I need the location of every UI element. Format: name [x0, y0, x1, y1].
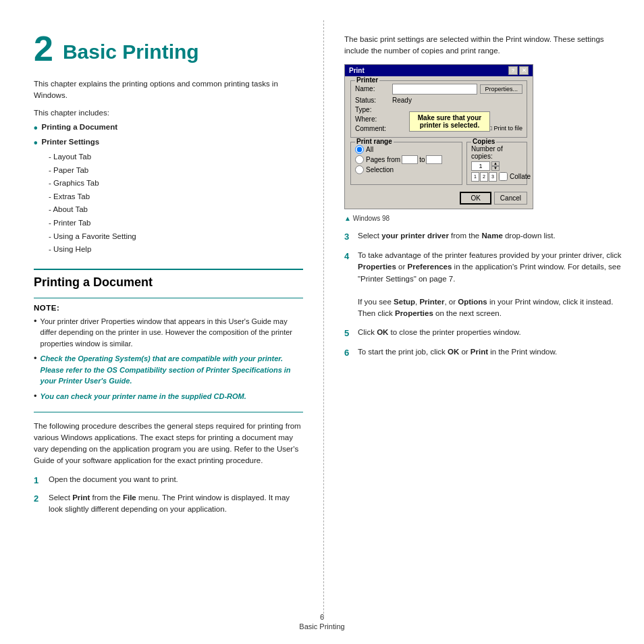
- copies-row: ▲ ▼: [471, 161, 522, 171]
- name-input[interactable]: [392, 84, 477, 95]
- range-all-label: All: [366, 146, 373, 153]
- bullet-dot: •: [34, 136, 38, 151]
- copies-group-label: Copies: [471, 138, 496, 145]
- collate-icons: 1 2 3: [471, 172, 497, 182]
- dialog-close-btn[interactable]: ✕: [519, 66, 529, 75]
- step-2-number: 2: [34, 492, 43, 506]
- toc-sub-printer: - Printer Tab: [34, 217, 303, 230]
- step-1-text: Open the document you want to print.: [49, 474, 178, 485]
- toc-sub-paper: - Paper Tab: [34, 164, 303, 178]
- includes-label: This chapter includes:: [34, 109, 303, 117]
- range-from-input[interactable]: [402, 155, 418, 164]
- toc-sub-layout: - Layout Tab: [34, 151, 303, 164]
- note-text-1: Your printer driver Properties window th…: [41, 316, 303, 350]
- footer-page-number: 6: [0, 613, 644, 621]
- dialog-cancel-button[interactable]: Cancel: [494, 192, 527, 205]
- bullet-dot: •: [34, 121, 38, 136]
- note-item-1: • Your printer driver Properties window …: [34, 316, 303, 350]
- right-step-6-text: To start the print job, click OK or Prin…: [358, 346, 557, 358]
- chapter-header: 2 Basic Printing: [34, 34, 303, 66]
- caption-icon: ▲: [344, 215, 351, 222]
- right-step-3-number: 3: [344, 230, 352, 244]
- toc-item-settings: • Printer Settings: [34, 136, 303, 151]
- name-label: Name:: [355, 85, 392, 92]
- toc-item-printing: • Printing a Document: [34, 121, 303, 136]
- copies-input[interactable]: [471, 161, 490, 171]
- printer-group-label: Printer: [355, 76, 379, 84]
- spinner-up[interactable]: ▲: [491, 161, 500, 166]
- toc-sub-graphics: - Graphics Tab: [34, 177, 303, 190]
- range-selection-label: Selection: [366, 166, 394, 173]
- note-item-3: • You can check your printer name in the…: [34, 391, 303, 402]
- comment-label: Comment:: [355, 125, 392, 132]
- right-intro: The basic print settings are selected wi…: [344, 34, 624, 57]
- dialog-help-btn[interactable]: ?: [508, 66, 518, 75]
- status-value: Ready: [392, 97, 412, 104]
- range-selection-row: Selection: [355, 165, 458, 174]
- toc-sub-help: - Using Help: [34, 243, 303, 257]
- range-all-row: All: [355, 145, 458, 154]
- left-column: 2 Basic Printing This chapter explains t…: [0, 20, 324, 617]
- toc-list: • Printing a Document • Printer Settings…: [34, 121, 303, 257]
- page-icon-3: 3: [489, 172, 497, 182]
- note-bullet: •: [34, 353, 37, 365]
- right-step-5: 5 Click OK to close the printer properti…: [344, 327, 624, 340]
- collate-checkbox[interactable]: [499, 172, 508, 181]
- dialog-caption: ▲ Windows 98: [344, 215, 624, 222]
- toc-sub-favorite: - Using a Favorite Setting: [34, 230, 303, 244]
- note-text-3: You can check your printer name in the s…: [41, 391, 246, 402]
- note-bullet: •: [34, 316, 37, 327]
- tooltip-text: Make sure that your printer is selected.: [418, 114, 481, 129]
- note-bullet: •: [34, 391, 37, 402]
- properties-button[interactable]: Properties...: [480, 84, 522, 94]
- toc-sub-extras: - Extras Tab: [34, 190, 303, 204]
- copies-label: Number of copies:: [471, 145, 522, 160]
- range-to-input[interactable]: [426, 155, 442, 164]
- chapter-intro: This chapter explains the printing optio…: [34, 78, 303, 102]
- right-step-6-number: 6: [344, 346, 352, 360]
- range-all-radio[interactable]: [355, 145, 364, 154]
- caption-label: Windows 98: [353, 215, 390, 222]
- right-step-6: 6 To start the print job, click OK or Pr…: [344, 346, 624, 360]
- procedure-text: The following procedure describes the ge…: [34, 421, 303, 467]
- print-range-group: Print range All Pages from to: [350, 142, 462, 185]
- note-list: • Your printer driver Properties window …: [34, 316, 303, 402]
- range-pages-label: Pages from: [366, 156, 400, 163]
- print-to-file: □ Print to file: [489, 125, 522, 132]
- print-dialog: Print ? ✕ Printer Name:: [344, 64, 533, 209]
- right-step-4: 4 To take advantage of the printer featu…: [344, 250, 624, 320]
- page-icon-1: 1: [471, 172, 479, 182]
- chapter-title: Basic Printing: [63, 34, 199, 63]
- type-label: Type:: [355, 106, 392, 113]
- spinner-down[interactable]: ▼: [491, 166, 500, 171]
- steps-list: 1 Open the document you want to print. 2…: [34, 474, 303, 516]
- name-row: Name: Properties...: [355, 84, 522, 95]
- range-pages-radio[interactable]: [355, 155, 364, 164]
- range-selection-radio[interactable]: [355, 165, 364, 174]
- dialog-ok-button[interactable]: OK: [460, 192, 491, 205]
- right-step-4-text: To take advantage of the printer feature…: [358, 250, 624, 320]
- page-icon-2: 2: [480, 172, 488, 182]
- right-step-5-text: Click OK to close the printer properties…: [358, 327, 521, 338]
- copies-group: Copies Number of copies: ▲ ▼: [466, 142, 527, 185]
- print-range-label: Print range: [355, 138, 394, 145]
- step-2-text: Select Print from the File menu. The Pri…: [49, 492, 303, 516]
- note-box: Note: • Your printer driver Properties w…: [34, 298, 303, 412]
- print-dialog-wrapper: Print ? ✕ Printer Name:: [344, 64, 624, 209]
- range-to-label: to: [419, 156, 425, 163]
- step-1-number: 1: [34, 474, 43, 487]
- dialog-title: Print: [349, 67, 365, 74]
- range-pages-row: Pages from to: [355, 155, 458, 164]
- right-step-5-number: 5: [344, 327, 352, 340]
- printer-group: Printer Name: Properties... Status: Read…: [350, 80, 527, 138]
- footer: 6 Basic Printing: [0, 613, 644, 630]
- dialog-titlebar: Print ? ✕: [345, 65, 533, 76]
- right-step-4-number: 4: [344, 250, 352, 263]
- status-row: Status: Ready: [355, 97, 522, 104]
- where-label: Where:: [355, 115, 392, 123]
- step-1: 1 Open the document you want to print.: [34, 474, 303, 487]
- collate-row: 1 2 3 Collate: [471, 172, 522, 182]
- right-steps: 3 Select your printer driver from the Na…: [344, 230, 624, 360]
- right-column: The basic print settings are selected wi…: [324, 20, 644, 617]
- chapter-number: 2: [34, 31, 53, 66]
